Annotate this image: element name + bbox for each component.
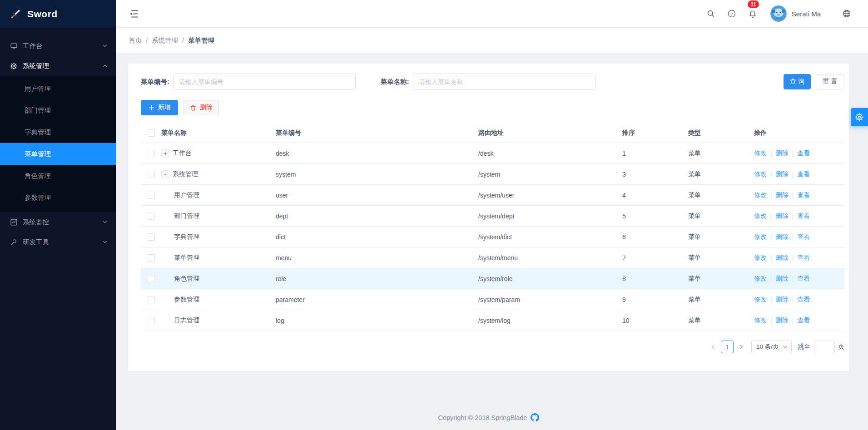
search-button[interactable]: 查 询 xyxy=(784,74,811,89)
action-view[interactable]: 查看 xyxy=(797,275,810,283)
next-page-icon[interactable] xyxy=(736,341,747,353)
cell-sort: 3 xyxy=(619,171,685,178)
sidebar-item-user-management[interactable]: 用户管理 xyxy=(0,78,116,99)
action-delete[interactable]: 删除 xyxy=(776,233,789,241)
table-row: 菜单管理 menu /system/menu 7 菜单 修改|删除|查看 xyxy=(141,247,844,268)
action-edit[interactable]: 修改 xyxy=(754,316,767,325)
sidebar-item-system-management[interactable]: 系统管理 xyxy=(0,56,116,76)
action-divider: | xyxy=(770,233,772,241)
action-view[interactable]: 查看 xyxy=(797,296,810,304)
menu-code-input[interactable] xyxy=(173,74,356,90)
cell-menu-code: dept xyxy=(273,213,475,220)
cell-route: /system/dict xyxy=(475,233,619,241)
row-checkbox[interactable] xyxy=(148,233,155,241)
action-divider: | xyxy=(792,213,794,220)
table-row: -系统管理 system /system 3 菜单 修改|删除|查看 xyxy=(141,164,844,185)
cell-menu-name: 字典管理 xyxy=(174,233,199,241)
action-view[interactable]: 查看 xyxy=(797,191,810,199)
user-name[interactable]: Serati Ma xyxy=(792,10,821,18)
row-checkbox[interactable] xyxy=(148,296,155,303)
table-row: 角色管理 role /system/role 8 菜单 修改|删除|查看 xyxy=(141,268,844,289)
row-checkbox[interactable] xyxy=(148,192,155,199)
breadcrumb-home[interactable]: 首页 xyxy=(129,36,142,45)
sidebar-item-workbench[interactable]: 工作台 xyxy=(0,36,116,56)
page-size-select[interactable]: 10 条/页 xyxy=(751,341,792,353)
action-view[interactable]: 查看 xyxy=(797,170,810,178)
sidebar-item-dev-tools[interactable]: 研发工具 xyxy=(0,232,116,252)
action-delete[interactable]: 删除 xyxy=(776,296,789,304)
action-divider: | xyxy=(770,275,772,282)
action-delete[interactable]: 删除 xyxy=(776,191,789,199)
sidebar-item-menu-management[interactable]: 菜单管理 xyxy=(0,143,116,165)
action-edit[interactable]: 修改 xyxy=(754,254,767,262)
action-delete[interactable]: 删除 xyxy=(776,170,789,178)
prev-page-icon[interactable] xyxy=(708,341,719,353)
row-checkbox[interactable] xyxy=(148,213,155,220)
sidebar-item-dept-management[interactable]: 部门管理 xyxy=(0,99,116,121)
breadcrumb-system[interactable]: 系统管理 xyxy=(152,36,178,45)
reset-button[interactable]: 重 置 xyxy=(816,74,844,89)
menu-name-input[interactable] xyxy=(413,74,595,90)
row-checkbox[interactable] xyxy=(148,171,155,178)
action-delete[interactable]: 删除 xyxy=(776,316,789,325)
sidebar-collapse-icon[interactable] xyxy=(128,8,139,20)
action-delete[interactable]: 删除 xyxy=(776,254,789,262)
action-view[interactable]: 查看 xyxy=(797,233,810,241)
language-globe-icon[interactable] xyxy=(836,5,857,23)
sidebar-item-dict-management[interactable]: 字典管理 xyxy=(0,121,116,143)
github-icon[interactable] xyxy=(531,413,539,422)
action-view[interactable]: 查看 xyxy=(797,212,810,220)
app-logo: Sword xyxy=(0,0,116,28)
action-edit[interactable]: 修改 xyxy=(754,233,767,241)
delete-button[interactable]: 删除 xyxy=(184,100,219,115)
notification-badge: 11 xyxy=(748,0,759,8)
cell-sort: 9 xyxy=(619,296,685,303)
sidebar-item-role-management[interactable]: 角色管理 xyxy=(0,165,116,187)
cell-type: 菜单 xyxy=(685,316,751,325)
row-checkbox[interactable] xyxy=(148,317,155,324)
col-menu-name: 菜单名称 xyxy=(161,129,273,137)
theme-settings-button[interactable] xyxy=(851,108,868,126)
action-edit[interactable]: 修改 xyxy=(754,149,767,158)
row-checkbox[interactable] xyxy=(148,275,155,282)
action-delete[interactable]: 删除 xyxy=(776,275,789,283)
avatar[interactable] xyxy=(770,5,787,22)
search-icon[interactable] xyxy=(700,5,721,23)
cell-type: 菜单 xyxy=(685,149,751,158)
content-area: 菜单编号: 菜单名称: 查 询 重 置 xyxy=(116,53,868,430)
add-button[interactable]: 新增 xyxy=(141,100,178,115)
row-checkbox[interactable] xyxy=(148,254,155,262)
sidebar-item-system-monitor[interactable]: 系统监控 xyxy=(0,212,116,232)
monitor-icon xyxy=(10,42,18,50)
expand-toggle[interactable]: + xyxy=(161,149,169,158)
topbar-right: ? 11 xyxy=(700,5,857,23)
action-edit[interactable]: 修改 xyxy=(754,191,767,199)
action-view[interactable]: 查看 xyxy=(797,316,810,325)
chevron-down-icon xyxy=(102,219,108,225)
table-header-row: 菜单名称 菜单编号 路由地址 排序 类型 操作 xyxy=(141,123,844,143)
action-edit[interactable]: 修改 xyxy=(754,212,767,220)
action-view[interactable]: 查看 xyxy=(797,254,810,262)
cell-type: 菜单 xyxy=(685,275,751,283)
action-view[interactable]: 查看 xyxy=(797,149,810,158)
cell-menu-name: 参数管理 xyxy=(174,296,199,304)
action-edit[interactable]: 修改 xyxy=(754,296,767,304)
page-number[interactable]: 1 xyxy=(721,341,734,353)
footer: Copyright © 2018 SpringBlade xyxy=(128,413,849,422)
filter-row: 菜单编号: 菜单名称: 查 询 重 置 xyxy=(141,74,844,90)
pagination: 1 10 条/页 跳至 页 xyxy=(141,341,844,353)
cell-type: 菜单 xyxy=(685,296,751,304)
help-icon[interactable]: ? xyxy=(721,5,742,23)
action-delete[interactable]: 删除 xyxy=(776,212,789,220)
action-edit[interactable]: 修改 xyxy=(754,275,767,283)
action-edit[interactable]: 修改 xyxy=(754,170,767,178)
sidebar-item-param-management[interactable]: 参数管理 xyxy=(0,187,116,208)
notifications-bell-icon[interactable]: 11 xyxy=(742,5,763,23)
cell-type: 菜单 xyxy=(685,254,751,262)
select-all-checkbox[interactable] xyxy=(148,129,155,137)
action-delete[interactable]: 删除 xyxy=(776,149,789,158)
menu-name-label: 菜单名称: xyxy=(381,78,409,86)
jump-page-input[interactable] xyxy=(814,341,835,353)
row-checkbox[interactable] xyxy=(148,150,155,157)
collapse-toggle[interactable]: - xyxy=(161,170,169,178)
